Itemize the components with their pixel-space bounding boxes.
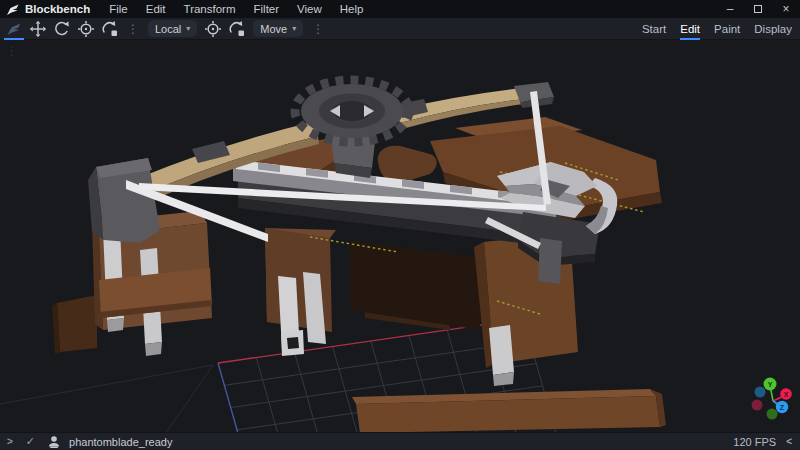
title-bar: Blockbench File Edit Transform Filter Vi…	[0, 0, 800, 18]
fps-counter: 120 FPS	[733, 436, 776, 448]
close-button[interactable]: ×	[772, 0, 800, 18]
tab-display[interactable]: Display	[754, 18, 792, 40]
statusbar-right: 120 FPS <	[733, 436, 800, 448]
maximize-icon	[754, 5, 762, 13]
rotate-box-icon	[101, 20, 119, 38]
main-toolbar: ⋮ Local ▾ Move ▾ ⋮	[0, 18, 800, 40]
gear-wheel	[295, 80, 409, 142]
maximize-button[interactable]	[744, 0, 772, 18]
menu-file[interactable]: File	[100, 0, 137, 18]
model-name[interactable]: phantomblade_ready	[69, 436, 172, 448]
move-tool-button[interactable]	[26, 18, 50, 40]
svg-text:X: X	[784, 391, 789, 398]
panel-collapse-icon[interactable]: <	[786, 436, 792, 447]
model-type-icon	[47, 435, 61, 449]
menu-filter[interactable]: Filter	[245, 0, 289, 18]
app-title: Blockbench	[25, 3, 90, 15]
transform-space-value: Local	[155, 23, 181, 35]
toolbar-separator-icon: ⋮	[122, 22, 144, 36]
tool-mode-value: Move	[260, 23, 287, 35]
pivot-tool-button[interactable]	[74, 18, 98, 40]
mode-tab-bar: Start Edit Paint Display	[642, 18, 792, 40]
rotate-box-icon	[228, 20, 246, 38]
menu-view[interactable]: View	[288, 0, 331, 18]
caret-down-icon: ▾	[292, 24, 296, 33]
status-bar: > ✓ phantomblade_ready 120 FPS <	[0, 432, 800, 450]
brush-tool-icon	[6, 21, 23, 37]
svg-text:Z: Z	[780, 404, 785, 411]
minimize-button[interactable]: –	[716, 0, 744, 18]
scene-canvas[interactable]	[0, 40, 800, 432]
blockbench-window: Blockbench File Edit Transform Filter Vi…	[0, 0, 800, 450]
viewport-3d[interactable]: ⋮	[0, 40, 800, 432]
axis-gizmo[interactable]: Y X Z	[736, 372, 792, 424]
saved-check-icon: ✓	[20, 435, 41, 448]
transform-space-dropdown[interactable]: Local ▾	[148, 20, 197, 37]
gizmo-neg-z-ball[interactable]	[755, 387, 766, 398]
tab-paint[interactable]: Paint	[714, 18, 740, 40]
rotate-tool-button[interactable]	[50, 18, 74, 40]
menu-help[interactable]: Help	[331, 0, 373, 18]
tool-mode-dropdown[interactable]: Move ▾	[253, 20, 303, 37]
gizmo-neg-y-ball[interactable]	[767, 409, 778, 420]
axis-z-line	[218, 363, 238, 432]
menu-edit[interactable]: Edit	[137, 0, 175, 18]
pivot-target-icon	[204, 20, 222, 38]
blockbench-logo-icon	[6, 3, 20, 16]
tab-start[interactable]: Start	[642, 18, 666, 40]
menu-transform[interactable]: Transform	[175, 0, 245, 18]
vertex-snap-tool-button[interactable]	[98, 18, 122, 40]
tab-edit[interactable]: Edit	[680, 18, 700, 40]
gizmo-neg-x-ball[interactable]	[752, 400, 763, 411]
svg-text:Y: Y	[768, 381, 773, 388]
rotation-pivot-button[interactable]	[225, 18, 249, 40]
rotate-arrows-icon	[53, 20, 71, 38]
pivot-target-icon	[77, 20, 95, 38]
move-arrows-icon	[29, 20, 47, 38]
toolbar-separator-icon: ⋮	[307, 22, 329, 36]
pivot-space-button[interactable]	[201, 18, 225, 40]
active-tool-button[interactable]	[2, 18, 26, 40]
caret-down-icon: ▾	[186, 24, 190, 33]
sidebar-expand-icon[interactable]: >	[0, 436, 20, 447]
